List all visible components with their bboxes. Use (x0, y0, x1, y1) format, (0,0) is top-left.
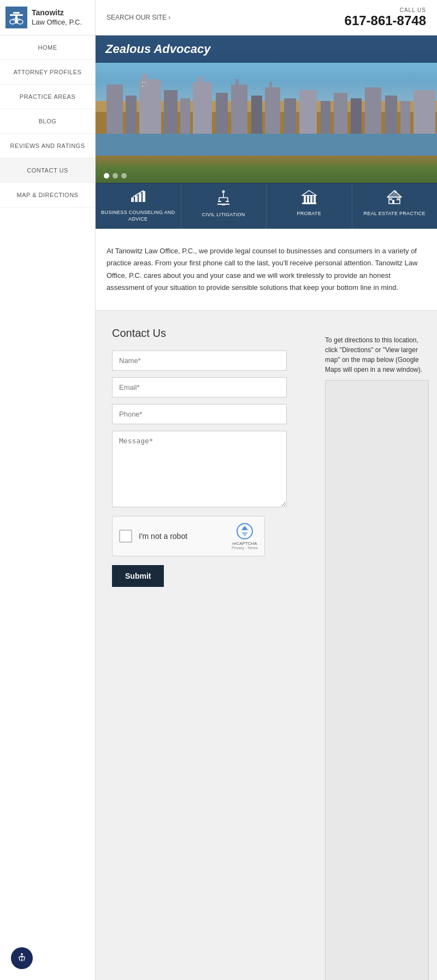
call-us-label: CALL US (345, 7, 426, 13)
svg-rect-34 (131, 198, 134, 202)
logo-area[interactable]: Tanowitz Law Office, P.C. (0, 0, 96, 35)
practice-item-business-counseling[interactable]: BUSINESS COUNSELING AND ADVICE (96, 183, 181, 229)
svg-rect-57 (389, 198, 392, 200)
about-section: At Tanowitz Law Office, P.C., we provide… (96, 229, 437, 310)
svg-rect-24 (321, 101, 330, 134)
svg-rect-33 (142, 86, 143, 87)
practice-label-real-estate: REAL ESTATE PRACTICE (364, 211, 426, 217)
content-area: Zealous Advocacy (96, 35, 437, 980)
logo-icon (5, 7, 27, 28)
hero-section: Zealous Advocacy (96, 35, 437, 183)
svg-rect-52 (302, 203, 316, 204)
civil-litigation-icon (217, 190, 230, 209)
sidebar-item-home[interactable]: HOME (0, 35, 95, 60)
svg-line-63 (24, 957, 25, 960)
business-counseling-icon (131, 190, 146, 206)
svg-rect-9 (126, 96, 137, 134)
practice-item-civil-litigation[interactable]: CIVIL LITIGATION (181, 183, 267, 229)
svg-rect-59 (394, 191, 397, 193)
sidebar-item-blog[interactable]: BLOG (0, 109, 95, 134)
dot-2[interactable] (113, 173, 118, 179)
header-right: CALL US 617-861-8748 (345, 7, 437, 28)
practice-item-probate[interactable]: PROBATE (267, 183, 352, 229)
sidebar-item-contact-us[interactable]: CONTACT US (0, 158, 95, 183)
sidebar-item-map-directions[interactable]: MAP & DIRECTIONS (0, 183, 95, 207)
submit-button[interactable]: Submit (112, 565, 164, 587)
svg-rect-30 (414, 90, 435, 134)
email-input[interactable] (112, 377, 287, 397)
header: Tanowitz Law Office, P.C. SEARCH OUR SIT… (0, 0, 437, 35)
svg-rect-26 (351, 98, 362, 134)
practice-label-probate: PROBATE (297, 211, 321, 217)
svg-rect-13 (180, 98, 190, 134)
svg-rect-31 (142, 82, 143, 83)
dot-1[interactable] (104, 173, 109, 179)
recaptcha-checkbox[interactable] (119, 530, 132, 543)
svg-rect-58 (397, 198, 399, 200)
phone-input[interactable] (112, 404, 287, 424)
svg-rect-11 (142, 74, 147, 82)
contact-form-area: Contact Us I'm not a robot (96, 327, 317, 980)
accessibility-button[interactable] (11, 947, 33, 969)
svg-rect-48 (304, 195, 306, 203)
svg-rect-21 (269, 82, 272, 88)
svg-point-61 (21, 953, 23, 955)
svg-rect-44 (226, 201, 229, 202)
contact-title: Contact Us (112, 327, 300, 340)
hero-dots (104, 173, 127, 179)
hero-title: Zealous Advocacy (96, 35, 437, 63)
map-placeholder[interactable] (325, 380, 429, 980)
svg-rect-7 (96, 134, 437, 156)
main-layout: HOME ATTORNEY PROFILES PRACTICE AREAS BL… (0, 35, 437, 980)
contact-section: Contact Us I'm not a robot (96, 311, 437, 980)
svg-line-62 (19, 957, 20, 960)
svg-marker-47 (302, 191, 316, 195)
real-estate-icon (387, 190, 402, 207)
svg-point-38 (222, 191, 225, 193)
practice-item-real-estate[interactable]: REAL ESTATE PRACTICE (352, 183, 438, 229)
phone-number[interactable]: 617-861-8748 (345, 13, 426, 28)
message-input[interactable] (112, 431, 287, 507)
svg-point-4 (17, 20, 23, 24)
svg-rect-18 (235, 79, 239, 86)
recaptcha-widget: I'm not a robot reCAPTCHA Privacy - Term… (112, 516, 265, 556)
sidebar: HOME ATTORNEY PROFILES PRACTICE AREAS BL… (0, 35, 96, 980)
sidebar-item-reviews-ratings[interactable]: REVIEWS AND RATINGS (0, 134, 95, 158)
about-text: At Tanowitz Law Office, P.C., we provide… (107, 245, 426, 293)
practice-label-civil-litigation: CIVIL LITIGATION (202, 212, 245, 218)
svg-rect-29 (400, 101, 410, 134)
svg-rect-22 (284, 98, 296, 134)
svg-rect-49 (307, 195, 309, 203)
map-hint: To get directions to this location, clic… (325, 335, 429, 375)
svg-rect-56 (392, 200, 394, 204)
svg-rect-27 (365, 87, 381, 134)
svg-rect-15 (198, 76, 203, 84)
header-center: SEARCH OUR SITE › (96, 14, 345, 21)
svg-rect-25 (334, 93, 347, 134)
practice-label-business-counseling: BUSINESS COUNSELING AND ADVICE (100, 210, 176, 222)
svg-rect-35 (135, 195, 138, 202)
probate-icon (302, 190, 317, 207)
svg-rect-32 (145, 82, 146, 83)
sidebar-item-attorney-profiles[interactable]: ATTORNEY PROFILES (0, 60, 95, 85)
recaptcha-terms[interactable]: Privacy - Terms (232, 546, 258, 550)
name-input[interactable] (112, 351, 287, 371)
recaptcha-brand: reCAPTCHA (232, 541, 257, 546)
email-field-group (112, 377, 300, 397)
svg-rect-23 (299, 90, 317, 134)
svg-rect-51 (314, 195, 316, 203)
svg-rect-16 (216, 93, 228, 134)
dot-3[interactable] (121, 173, 127, 179)
svg-rect-10 (139, 79, 161, 134)
svg-rect-8 (107, 85, 123, 134)
search-link[interactable]: SEARCH OUR SITE › (107, 14, 170, 21)
svg-rect-50 (310, 195, 312, 203)
svg-rect-43 (218, 201, 221, 202)
svg-rect-0 (10, 14, 23, 16)
message-field-group (112, 431, 300, 509)
name-field-group (112, 351, 300, 371)
svg-rect-28 (385, 96, 397, 134)
sidebar-item-practice-areas[interactable]: PRACTICE AREAS (0, 85, 95, 109)
svg-rect-19 (251, 96, 262, 134)
svg-rect-1 (13, 12, 20, 14)
